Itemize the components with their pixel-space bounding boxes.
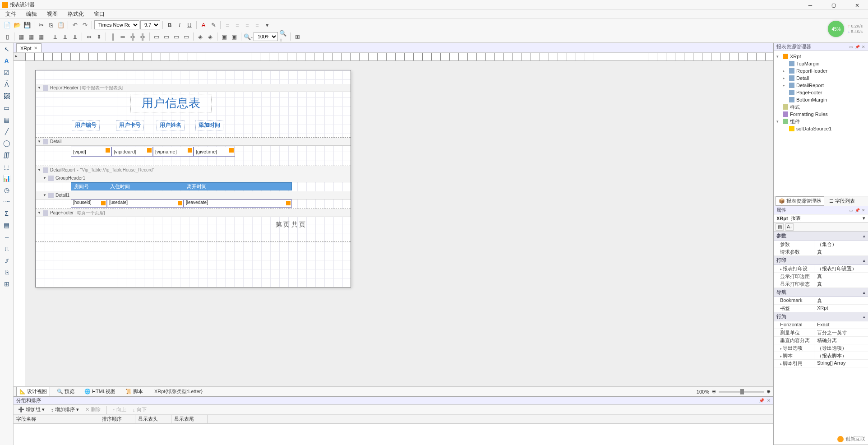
doc-tab[interactable]: XRpt✕: [16, 43, 42, 52]
table-tool[interactable]: ▦: [2, 115, 11, 124]
band-detail1[interactable]: ▼ Detail1: [36, 191, 351, 199]
hdr-col-card[interactable]: 用户卡号: [116, 120, 144, 130]
zipcode-tool[interactable]: ⬚: [2, 162, 11, 171]
subreport-tool[interactable]: ⎘: [2, 268, 11, 277]
prop-row[interactable]: 脚本（报表脚本）: [774, 352, 868, 360]
crossband2-tool[interactable]: ⎎: [2, 256, 11, 265]
view-tab-design[interactable]: 📐设计视图: [16, 387, 50, 396]
pointer-tool[interactable]: ↖: [2, 45, 11, 54]
align-right-icon[interactable]: ≡: [243, 20, 252, 29]
crossband1-tool[interactable]: ⎍: [2, 244, 11, 253]
zoom-out-icon[interactable]: 🔍-: [244, 32, 253, 41]
panel-pin-icon[interactable]: 📌: [855, 45, 860, 49]
prop-row[interactable]: Bookmark Dup真: [774, 297, 868, 305]
copy-icon[interactable]: ⎘: [46, 20, 55, 29]
panel-tool[interactable]: ▭: [2, 103, 11, 112]
prop-row[interactable]: 参数（集合）: [774, 241, 868, 248]
add-group-button[interactable]: ➕增加组▾: [16, 406, 46, 413]
dist-v-icon[interactable]: ═: [118, 32, 127, 41]
save-icon[interactable]: 💾: [23, 20, 32, 29]
dist3-icon[interactable]: ╬: [128, 32, 137, 41]
align-h3-icon[interactable]: ⫫: [70, 32, 79, 41]
prop-row[interactable]: 导出选项（导出选项）: [774, 344, 868, 352]
prop-row[interactable]: 测量单位百分之一英寸: [774, 329, 868, 337]
binding-icon[interactable]: [229, 148, 234, 153]
band-detail[interactable]: ▼ Detail: [36, 138, 351, 146]
prop-category[interactable]: 参数▴: [774, 232, 868, 241]
band-pagefooter[interactable]: ▼ PageFooter [每页一个页眉]: [36, 209, 351, 217]
report-page[interactable]: ▼ ReportHeader [每个报表一个报表头] 用户信息表 用户编号 用户…: [35, 70, 351, 287]
page-info-label[interactable]: 第 页 共 页: [276, 221, 306, 229]
paste-icon[interactable]: 📋: [56, 20, 65, 29]
center-v-icon[interactable]: ◈: [206, 32, 215, 41]
size2-icon[interactable]: ▭: [162, 32, 171, 41]
align-grid2-icon[interactable]: ▦: [27, 32, 36, 41]
calc-tool[interactable]: Σ: [2, 209, 11, 218]
prop-category[interactable]: 导航▴: [774, 288, 868, 297]
props-alpha-icon[interactable]: A↓: [785, 223, 794, 231]
designer-canvas[interactable]: ▸ ▼ ReportHeader [每个报表一个报表头]: [14, 53, 773, 386]
space-h-icon[interactable]: ⇔: [84, 32, 93, 41]
binding-icon[interactable]: [101, 201, 106, 205]
size4-icon[interactable]: ▭: [182, 32, 191, 41]
hdr-col-id[interactable]: 用户编号: [72, 120, 100, 130]
align-grid1-icon[interactable]: ▦: [17, 32, 26, 41]
gauge-tool[interactable]: ◷: [2, 185, 11, 195]
prop-row[interactable]: 脚本引用String[] Array: [774, 360, 868, 367]
maximize-button[interactable]: ▢: [825, 1, 843, 9]
panel-close-icon[interactable]: ✕: [767, 398, 771, 403]
richtext-tool[interactable]: Ǎ: [2, 80, 11, 89]
redo-icon[interactable]: ↷: [80, 20, 89, 29]
prop-row[interactable]: 垂直内容分离精确分离: [774, 337, 868, 344]
prop-category[interactable]: 行为▴: [774, 312, 868, 321]
zoom-plus-icon[interactable]: ⊕: [766, 389, 771, 394]
panel-fill-icon[interactable]: ▭: [849, 45, 853, 49]
align-more-icon[interactable]: ▾: [263, 20, 272, 29]
group-header-row[interactable]: 房间号 入住时间 离开时间: [71, 182, 292, 190]
properties-grid[interactable]: 参数▴参数（集合）请求参数真打印▴报表打印设置（报表打印设置）显示打印边距真显示…: [774, 232, 868, 445]
menu-edit[interactable]: 编辑: [24, 9, 39, 19]
explorer-tab[interactable]: 📦报表资源管理器: [776, 196, 824, 206]
font-select[interactable]: Times New Ro...: [94, 20, 139, 29]
size3-icon[interactable]: ▭: [172, 32, 181, 41]
space-v-icon[interactable]: ⇕: [94, 32, 103, 41]
pagebreak-tool[interactable]: ⎼: [2, 232, 11, 241]
prop-row[interactable]: Horizontal ConExact: [774, 321, 868, 329]
barcode-tool[interactable]: ∭: [2, 150, 11, 159]
binding-icon[interactable]: [106, 148, 110, 153]
highlight-icon[interactable]: ✎: [209, 20, 218, 29]
picture-tool[interactable]: 🖼: [2, 92, 11, 101]
align-grid3-icon[interactable]: ▦: [37, 32, 46, 41]
zoom-in-icon[interactable]: 🔍+: [279, 32, 288, 41]
move-down-button[interactable]: ↓向下: [131, 406, 148, 413]
bold-icon[interactable]: B: [165, 20, 174, 29]
band-reportheader[interactable]: ▼ ReportHeader [每个报表一个报表头]: [36, 84, 351, 92]
detail1-row[interactable]: [houseid] [usedate] [leavedate]: [71, 199, 292, 208]
undo-icon[interactable]: ↶: [70, 20, 79, 29]
prop-row[interactable]: 书签XRpt: [774, 305, 868, 312]
align-center-icon[interactable]: ≡: [233, 20, 242, 29]
center-h-icon[interactable]: ◈: [196, 32, 205, 41]
new-icon[interactable]: 📄: [3, 20, 12, 29]
align-h2-icon[interactable]: ⫫: [60, 32, 69, 41]
checkbox-tool[interactable]: ☑: [2, 68, 11, 77]
chart-tool[interactable]: 📊: [2, 174, 11, 183]
props-categorized-icon[interactable]: ▤: [776, 223, 784, 231]
menu-format[interactable]: 格式化: [66, 9, 86, 19]
hdr-col-time[interactable]: 添加时间: [195, 120, 223, 130]
cut-icon[interactable]: ✂: [37, 20, 46, 29]
panel-close-icon[interactable]: ✕: [862, 208, 865, 213]
prop-row[interactable]: 请求参数真: [774, 248, 868, 256]
detail-table-row[interactable]: [vipid] [vipidcard] [vipname] [givetime]: [71, 147, 323, 157]
panel-fill-icon[interactable]: ▭: [849, 208, 853, 213]
fontsize-select[interactable]: 9.75: [140, 20, 160, 29]
panel-close-icon[interactable]: ✕: [862, 45, 865, 49]
pivotgrid-tool[interactable]: ⊞: [2, 279, 11, 288]
explorer-tree[interactable]: ▾XRpt TopMargin ▸ReportHeader ▸Detail ▸D…: [774, 51, 868, 196]
view-tab-preview[interactable]: 🔍预览: [54, 387, 78, 396]
props-object-select[interactable]: XRpt 报表 ▾: [774, 214, 868, 222]
move-up-button[interactable]: ↑向上: [111, 406, 129, 413]
bring-front-icon[interactable]: ▣: [220, 32, 229, 41]
view-tab-script[interactable]: 📜脚本: [122, 387, 146, 396]
label-tool[interactable]: A: [2, 56, 11, 65]
